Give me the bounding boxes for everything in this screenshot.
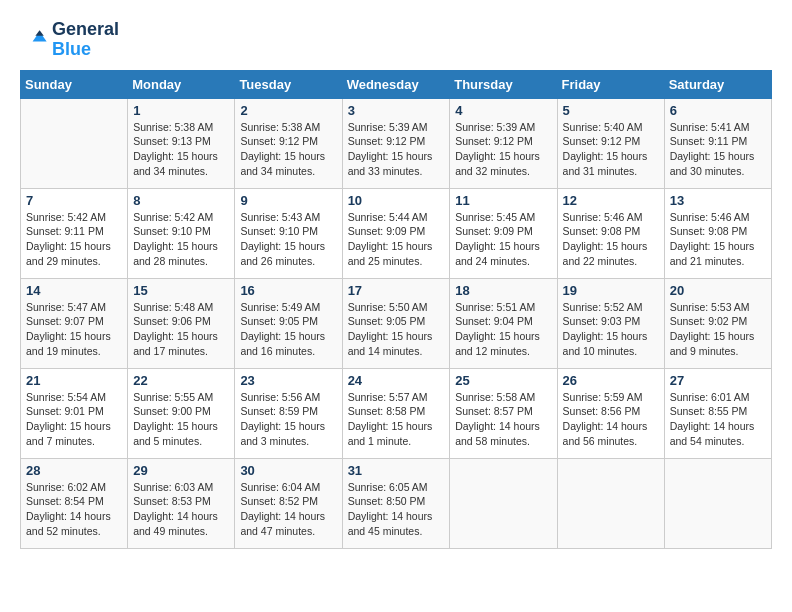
day-number: 16 [240, 283, 336, 298]
day-info: Sunrise: 5:48 AMSunset: 9:06 PMDaylight:… [133, 301, 218, 357]
day-info: Sunrise: 6:05 AMSunset: 8:50 PMDaylight:… [348, 481, 433, 537]
day-cell [664, 458, 771, 548]
day-number: 18 [455, 283, 551, 298]
day-cell: 20Sunrise: 5:53 AMSunset: 9:02 PMDayligh… [664, 278, 771, 368]
day-info: Sunrise: 5:46 AMSunset: 9:08 PMDaylight:… [670, 211, 755, 267]
week-row-5: 28Sunrise: 6:02 AMSunset: 8:54 PMDayligh… [21, 458, 772, 548]
day-number: 15 [133, 283, 229, 298]
day-cell: 30Sunrise: 6:04 AMSunset: 8:52 PMDayligh… [235, 458, 342, 548]
day-cell: 21Sunrise: 5:54 AMSunset: 9:01 PMDayligh… [21, 368, 128, 458]
day-info: Sunrise: 5:38 AMSunset: 9:13 PMDaylight:… [133, 121, 218, 177]
day-cell: 16Sunrise: 5:49 AMSunset: 9:05 PMDayligh… [235, 278, 342, 368]
day-number: 30 [240, 463, 336, 478]
day-cell: 18Sunrise: 5:51 AMSunset: 9:04 PMDayligh… [450, 278, 557, 368]
day-number: 12 [563, 193, 659, 208]
day-number: 2 [240, 103, 336, 118]
day-cell: 25Sunrise: 5:58 AMSunset: 8:57 PMDayligh… [450, 368, 557, 458]
day-number: 10 [348, 193, 445, 208]
day-number: 31 [348, 463, 445, 478]
day-number: 19 [563, 283, 659, 298]
day-number: 27 [670, 373, 766, 388]
day-info: Sunrise: 5:40 AMSunset: 9:12 PMDaylight:… [563, 121, 648, 177]
header-row: SundayMondayTuesdayWednesdayThursdayFrid… [21, 70, 772, 98]
day-info: Sunrise: 5:53 AMSunset: 9:02 PMDaylight:… [670, 301, 755, 357]
day-cell: 22Sunrise: 5:55 AMSunset: 9:00 PMDayligh… [128, 368, 235, 458]
day-number: 6 [670, 103, 766, 118]
day-info: Sunrise: 5:42 AMSunset: 9:10 PMDaylight:… [133, 211, 218, 267]
day-info: Sunrise: 5:42 AMSunset: 9:11 PMDaylight:… [26, 211, 111, 267]
day-info: Sunrise: 5:39 AMSunset: 9:12 PMDaylight:… [348, 121, 433, 177]
calendar-header: SundayMondayTuesdayWednesdayThursdayFrid… [21, 70, 772, 98]
day-info: Sunrise: 5:51 AMSunset: 9:04 PMDaylight:… [455, 301, 540, 357]
day-cell: 27Sunrise: 6:01 AMSunset: 8:55 PMDayligh… [664, 368, 771, 458]
day-info: Sunrise: 5:46 AMSunset: 9:08 PMDaylight:… [563, 211, 648, 267]
day-number: 26 [563, 373, 659, 388]
day-cell: 29Sunrise: 6:03 AMSunset: 8:53 PMDayligh… [128, 458, 235, 548]
day-info: Sunrise: 5:39 AMSunset: 9:12 PMDaylight:… [455, 121, 540, 177]
day-info: Sunrise: 5:56 AMSunset: 8:59 PMDaylight:… [240, 391, 325, 447]
day-number: 25 [455, 373, 551, 388]
day-number: 22 [133, 373, 229, 388]
column-header-sunday: Sunday [21, 70, 128, 98]
day-info: Sunrise: 5:58 AMSunset: 8:57 PMDaylight:… [455, 391, 540, 447]
day-info: Sunrise: 5:54 AMSunset: 9:01 PMDaylight:… [26, 391, 111, 447]
day-number: 28 [26, 463, 122, 478]
day-cell: 7Sunrise: 5:42 AMSunset: 9:11 PMDaylight… [21, 188, 128, 278]
week-row-2: 7Sunrise: 5:42 AMSunset: 9:11 PMDaylight… [21, 188, 772, 278]
day-number: 13 [670, 193, 766, 208]
day-number: 14 [26, 283, 122, 298]
day-cell: 26Sunrise: 5:59 AMSunset: 8:56 PMDayligh… [557, 368, 664, 458]
day-cell: 10Sunrise: 5:44 AMSunset: 9:09 PMDayligh… [342, 188, 450, 278]
day-number: 5 [563, 103, 659, 118]
day-info: Sunrise: 6:02 AMSunset: 8:54 PMDaylight:… [26, 481, 111, 537]
day-cell: 11Sunrise: 5:45 AMSunset: 9:09 PMDayligh… [450, 188, 557, 278]
day-info: Sunrise: 6:03 AMSunset: 8:53 PMDaylight:… [133, 481, 218, 537]
day-cell [450, 458, 557, 548]
column-header-wednesday: Wednesday [342, 70, 450, 98]
column-header-saturday: Saturday [664, 70, 771, 98]
day-cell: 5Sunrise: 5:40 AMSunset: 9:12 PMDaylight… [557, 98, 664, 188]
day-info: Sunrise: 5:43 AMSunset: 9:10 PMDaylight:… [240, 211, 325, 267]
day-info: Sunrise: 5:47 AMSunset: 9:07 PMDaylight:… [26, 301, 111, 357]
day-number: 23 [240, 373, 336, 388]
day-info: Sunrise: 5:50 AMSunset: 9:05 PMDaylight:… [348, 301, 433, 357]
logo: General Blue [20, 20, 119, 60]
day-cell: 1Sunrise: 5:38 AMSunset: 9:13 PMDaylight… [128, 98, 235, 188]
day-info: Sunrise: 5:49 AMSunset: 9:05 PMDaylight:… [240, 301, 325, 357]
day-cell: 17Sunrise: 5:50 AMSunset: 9:05 PMDayligh… [342, 278, 450, 368]
logo-icon [20, 26, 48, 54]
week-row-1: 1Sunrise: 5:38 AMSunset: 9:13 PMDaylight… [21, 98, 772, 188]
day-info: Sunrise: 5:55 AMSunset: 9:00 PMDaylight:… [133, 391, 218, 447]
day-info: Sunrise: 5:38 AMSunset: 9:12 PMDaylight:… [240, 121, 325, 177]
day-cell: 23Sunrise: 5:56 AMSunset: 8:59 PMDayligh… [235, 368, 342, 458]
column-header-thursday: Thursday [450, 70, 557, 98]
day-info: Sunrise: 5:45 AMSunset: 9:09 PMDaylight:… [455, 211, 540, 267]
day-cell: 6Sunrise: 5:41 AMSunset: 9:11 PMDaylight… [664, 98, 771, 188]
day-cell [557, 458, 664, 548]
day-cell: 31Sunrise: 6:05 AMSunset: 8:50 PMDayligh… [342, 458, 450, 548]
week-row-4: 21Sunrise: 5:54 AMSunset: 9:01 PMDayligh… [21, 368, 772, 458]
day-info: Sunrise: 5:57 AMSunset: 8:58 PMDaylight:… [348, 391, 433, 447]
day-cell: 8Sunrise: 5:42 AMSunset: 9:10 PMDaylight… [128, 188, 235, 278]
week-row-3: 14Sunrise: 5:47 AMSunset: 9:07 PMDayligh… [21, 278, 772, 368]
day-cell: 24Sunrise: 5:57 AMSunset: 8:58 PMDayligh… [342, 368, 450, 458]
day-info: Sunrise: 5:41 AMSunset: 9:11 PMDaylight:… [670, 121, 755, 177]
day-cell: 19Sunrise: 5:52 AMSunset: 9:03 PMDayligh… [557, 278, 664, 368]
day-number: 4 [455, 103, 551, 118]
day-info: Sunrise: 6:04 AMSunset: 8:52 PMDaylight:… [240, 481, 325, 537]
day-cell: 3Sunrise: 5:39 AMSunset: 9:12 PMDaylight… [342, 98, 450, 188]
day-number: 17 [348, 283, 445, 298]
day-number: 9 [240, 193, 336, 208]
day-number: 1 [133, 103, 229, 118]
column-header-tuesday: Tuesday [235, 70, 342, 98]
calendar-table: SundayMondayTuesdayWednesdayThursdayFrid… [20, 70, 772, 549]
day-cell: 14Sunrise: 5:47 AMSunset: 9:07 PMDayligh… [21, 278, 128, 368]
logo-text: General Blue [52, 20, 119, 60]
day-info: Sunrise: 5:52 AMSunset: 9:03 PMDaylight:… [563, 301, 648, 357]
calendar-body: 1Sunrise: 5:38 AMSunset: 9:13 PMDaylight… [21, 98, 772, 548]
column-header-monday: Monday [128, 70, 235, 98]
day-cell: 13Sunrise: 5:46 AMSunset: 9:08 PMDayligh… [664, 188, 771, 278]
day-cell: 12Sunrise: 5:46 AMSunset: 9:08 PMDayligh… [557, 188, 664, 278]
page-header: General Blue [20, 20, 772, 60]
day-info: Sunrise: 5:59 AMSunset: 8:56 PMDaylight:… [563, 391, 648, 447]
